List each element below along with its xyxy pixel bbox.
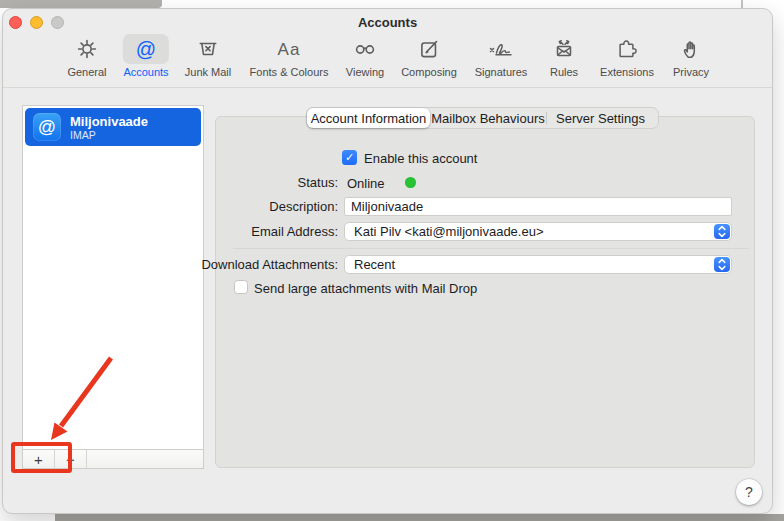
toolbar-label: Composing: [401, 66, 457, 78]
description-label: Description:: [3, 200, 338, 214]
puzzle-icon: [615, 37, 639, 61]
at-icon: @: [136, 39, 156, 59]
status-value: Online: [347, 176, 385, 191]
gear-icon: [75, 37, 99, 61]
minus-icon: −: [66, 452, 75, 467]
tab-label: Server Settings: [556, 111, 645, 126]
accounts-preferences-window: Accounts General @ Accounts Junk Mail Aa…: [2, 8, 773, 514]
toolbar-item-rules[interactable]: Rules: [539, 34, 589, 78]
toolbar-label: Junk Mail: [183, 66, 233, 78]
email-address-label: Email Address:: [3, 225, 338, 239]
popup-stepper-icon: [714, 257, 730, 272]
toolbar-label: Viewing: [339, 66, 391, 78]
email-address-value: Kati Pilv <kati@miljonivaade.eu>: [354, 223, 544, 241]
toolbar-item-junk-mail[interactable]: Junk Mail: [183, 34, 233, 78]
download-attachments-label: Download Attachments:: [3, 258, 338, 272]
popup-stepper-icon: [714, 224, 730, 239]
tab-mailbox-behaviours[interactable]: Mailbox Behaviours: [430, 108, 546, 128]
question-mark-icon: ?: [745, 484, 753, 500]
accounts-sidebar: @ Miljonivaade IMAP + −: [22, 105, 204, 469]
form-divider: [233, 248, 749, 249]
toolbar-label: Fonts & Colours: [250, 66, 329, 78]
enable-account-label: Enable this account: [364, 151, 477, 166]
sidebar-footer-bar: + −: [23, 449, 203, 468]
toolbar-item-privacy[interactable]: Privacy: [666, 34, 716, 78]
toolbar-label: General: [62, 66, 112, 78]
minimize-button[interactable]: [30, 16, 43, 29]
maildrop-label: Send large attachments with Mail Drop: [254, 281, 477, 296]
rules-envelope-icon: [552, 37, 576, 61]
sidebar-account-miljonivaade[interactable]: @ Miljonivaade IMAP: [25, 108, 201, 146]
close-button[interactable]: [9, 16, 22, 29]
maildrop-checkbox[interactable]: [234, 280, 248, 294]
zoom-button[interactable]: [51, 16, 64, 29]
hand-icon: [679, 37, 703, 61]
toolbar-item-composing[interactable]: Composing: [401, 34, 457, 78]
status-online-dot: [405, 177, 416, 188]
toolbar-label: Signatures: [473, 66, 529, 78]
junk-bin-icon: [196, 37, 220, 61]
download-attachments-value: Recent: [354, 256, 395, 274]
window-title: Accounts: [3, 15, 772, 30]
compose-icon: [417, 37, 441, 61]
email-address-popup[interactable]: Kati Pilv <kati@miljonivaade.eu>: [344, 222, 732, 241]
tab-server-settings[interactable]: Server Settings: [547, 108, 654, 128]
checkmark-icon: ✓: [345, 151, 354, 164]
fonts-icon: Aa: [278, 41, 301, 58]
glasses-icon: [352, 37, 378, 61]
at-glyph: @: [38, 118, 56, 136]
toolbar-divider: [3, 87, 772, 88]
toolbar-item-extensions[interactable]: Extensions: [600, 34, 654, 78]
account-tabs: Account Information Mailbox Behaviours S…: [306, 107, 659, 129]
toolbar-label: Extensions: [600, 66, 654, 78]
screenshot-stage: { "colors": { "accent_blue": "#0a61fe", …: [0, 0, 784, 521]
remove-account-button[interactable]: −: [55, 450, 87, 468]
help-button[interactable]: ?: [736, 479, 762, 505]
plus-icon: +: [34, 452, 43, 467]
enable-account-checkbox[interactable]: ✓: [342, 150, 357, 165]
account-name: Miljonivaade: [70, 114, 148, 129]
toolbar-item-fonts-colours[interactable]: Aa Fonts & Colours: [250, 34, 329, 78]
background-window-strip-bottom: [55, 514, 784, 521]
description-input[interactable]: [344, 197, 732, 216]
toolbar-item-accounts[interactable]: @ Accounts: [123, 34, 169, 78]
toolbar-label: Accounts: [123, 66, 169, 78]
toolbar-label: Privacy: [666, 66, 716, 78]
toolbar-item-general[interactable]: General: [62, 34, 112, 78]
download-attachments-popup[interactable]: Recent: [344, 255, 732, 274]
toolbar-item-signatures[interactable]: Signatures: [473, 34, 529, 78]
signature-icon: [486, 37, 516, 61]
toolbar-item-viewing[interactable]: Viewing: [339, 34, 391, 78]
tab-label: Account Information: [311, 111, 427, 126]
add-account-button[interactable]: +: [23, 450, 55, 468]
tab-label: Mailbox Behaviours: [431, 111, 544, 126]
tab-account-information[interactable]: Account Information: [307, 108, 430, 128]
toolbar-label: Rules: [539, 66, 589, 78]
account-protocol: IMAP: [70, 129, 148, 141]
account-at-icon: @: [33, 113, 61, 141]
background-window-strip-top: [0, 0, 162, 8]
status-label: Status:: [3, 176, 338, 190]
